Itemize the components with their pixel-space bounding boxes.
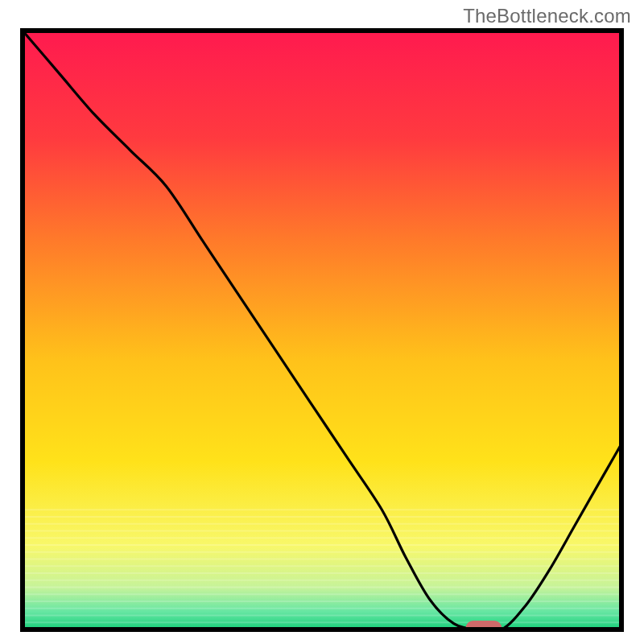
watermark-label: TheBottleneck.com [463,5,631,27]
chart-svg [20,28,624,632]
plot-area [20,28,624,632]
gradient-background [23,31,621,630]
chart-wrap: TheBottleneck.com [0,0,644,644]
